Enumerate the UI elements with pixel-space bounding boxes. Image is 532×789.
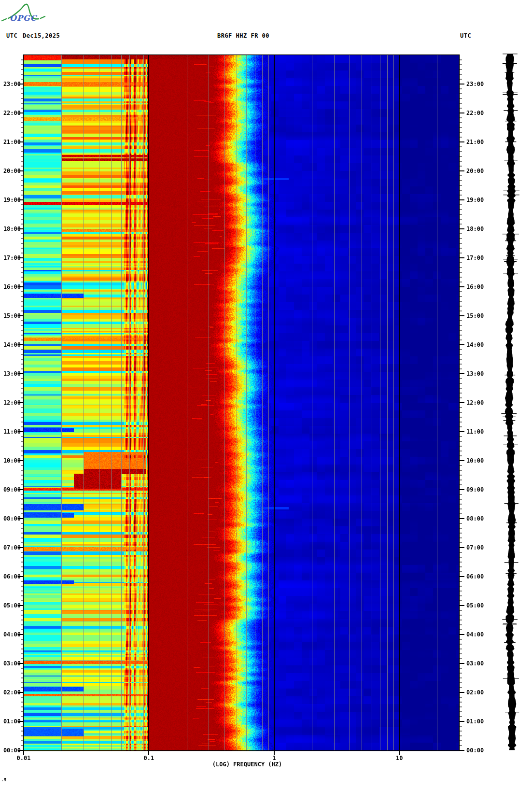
left-hour-label: 21:00	[0, 139, 21, 145]
right-hour-label: 03:00	[466, 660, 484, 667]
x-axis-label: (LOG) FREQUENCY (HZ)	[212, 761, 282, 768]
right-hour-label: 21:00	[466, 139, 484, 145]
left-hour-label: 10:00	[0, 457, 21, 464]
x-tick-label: 0.01	[17, 755, 31, 761]
right-hour-label: 18:00	[466, 225, 484, 232]
left-hour-label: 02:00	[0, 689, 21, 696]
left-hour-label: 16:00	[0, 283, 21, 290]
left-hour-label: 14:00	[0, 341, 21, 348]
left-hour-label: 07:00	[0, 544, 21, 551]
right-hour-label: 23:00	[466, 81, 484, 87]
spectrogram-canvas	[0, 0, 532, 789]
right-hour-label: 02:00	[466, 689, 484, 696]
left-hour-label: 17:00	[0, 254, 21, 261]
right-hour-label: 01:00	[466, 718, 484, 725]
left-hour-label: 04:00	[0, 631, 21, 638]
left-hour-label: 19:00	[0, 197, 21, 203]
left-hour-label: 20:00	[0, 168, 21, 174]
right-hour-label: 12:00	[466, 399, 484, 406]
left-hour-label: 23:00	[0, 81, 21, 87]
left-hour-label: 08:00	[0, 515, 21, 522]
left-hour-label: 22:00	[0, 110, 21, 116]
right-hour-label: 19:00	[466, 197, 484, 203]
left-hour-label: 13:00	[0, 370, 21, 377]
left-hour-label: 15:00	[0, 312, 21, 319]
x-tick-label: 0.1	[144, 755, 154, 761]
left-hour-label: 06:00	[0, 573, 21, 580]
right-hour-label: 22:00	[466, 110, 484, 116]
right-hour-label: 00:00	[466, 747, 484, 754]
right-hour-label: 10:00	[466, 457, 484, 464]
left-hour-label: 05:00	[0, 602, 21, 609]
right-hour-label: 06:00	[466, 573, 484, 580]
left-hour-label: 00:00	[0, 747, 21, 754]
right-hour-label: 07:00	[466, 544, 484, 551]
right-hour-label: 14:00	[466, 341, 484, 348]
left-hour-label: 03:00	[0, 660, 21, 667]
left-hour-label: 11:00	[0, 428, 21, 435]
right-hour-label: 16:00	[466, 283, 484, 290]
right-hour-label: 08:00	[466, 515, 484, 522]
left-hour-label: 01:00	[0, 718, 21, 725]
right-hour-label: 17:00	[466, 254, 484, 261]
right-hour-label: 11:00	[466, 428, 484, 435]
corner-mark: .M	[1, 778, 6, 782]
x-tick-label: 10	[396, 755, 403, 761]
right-hour-label: 04:00	[466, 631, 484, 638]
spectrogram-page: OPGC UTC Dec15,2025 BRGF HHZ FR 00 UTC 2…	[0, 0, 532, 789]
right-hour-label: 15:00	[466, 312, 484, 319]
left-hour-label: 18:00	[0, 225, 21, 232]
right-hour-label: 20:00	[466, 168, 484, 174]
left-hour-label: 09:00	[0, 486, 21, 493]
right-hour-label: 05:00	[466, 602, 484, 609]
right-hour-label: 09:00	[466, 486, 484, 493]
x-tick-label: 1	[272, 755, 276, 761]
left-hour-label: 12:00	[0, 399, 21, 406]
right-hour-label: 13:00	[466, 370, 484, 377]
